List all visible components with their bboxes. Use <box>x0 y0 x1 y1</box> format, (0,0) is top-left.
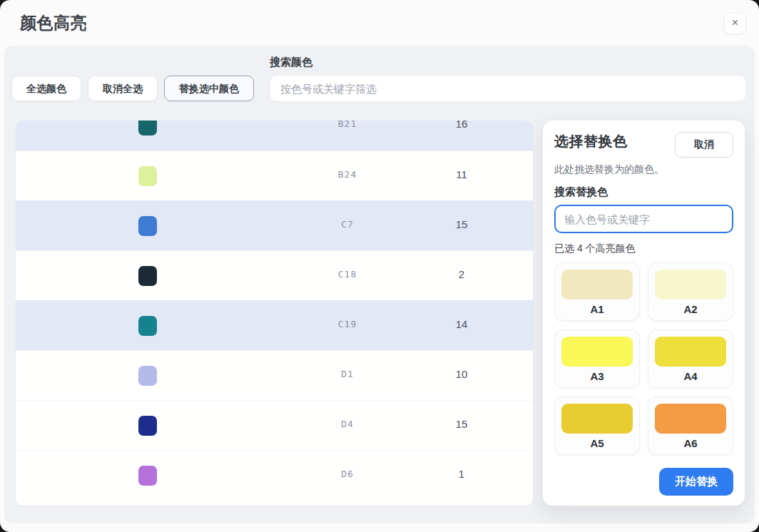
color-count: 2 <box>426 268 497 280</box>
color-rows: B21 16 B24 11 C7 15 <box>16 121 533 500</box>
close-button[interactable]: × <box>724 12 746 34</box>
swatch-color <box>655 404 726 434</box>
color-count: 15 <box>426 218 497 230</box>
replace-color-panel: 选择替换色 取消 此处挑选替换为的颜色。 搜索替换色 已选 4 个高亮颜色 A1… <box>543 121 745 506</box>
swatch-label: A1 <box>561 303 633 315</box>
deselect-all-button[interactable]: 取消全选 <box>88 76 158 101</box>
color-code: C7 <box>294 219 401 230</box>
replace-selected-colors-button[interactable]: 替换选中颜色 <box>164 76 254 101</box>
color-row-c18[interactable]: C18 2 <box>16 250 533 300</box>
replacement-search-input[interactable] <box>554 205 733 233</box>
color-code: B21 <box>294 121 401 129</box>
color-swatch <box>138 266 157 286</box>
replacement-swatch-a4[interactable]: A4 <box>648 329 733 388</box>
color-swatch <box>138 166 157 186</box>
replace-panel-title: 选择替换色 <box>554 132 628 151</box>
color-row-d4[interactable]: D4 15 <box>16 400 533 450</box>
replace-panel-footer: 开始替换 <box>554 468 733 496</box>
color-count: 16 <box>426 121 497 130</box>
replacement-swatch-a5[interactable]: A5 <box>554 397 640 455</box>
color-swatch <box>138 366 157 386</box>
color-count: 15 <box>426 418 497 430</box>
color-swatch <box>138 216 157 236</box>
color-code: D4 <box>294 419 401 429</box>
color-count: 1 <box>426 468 497 480</box>
swatch-color <box>561 404 633 434</box>
color-row-c7[interactable]: C7 15 <box>16 200 533 250</box>
content-row: B21 16 B24 11 C7 15 <box>16 121 745 506</box>
select-all-colors-button[interactable]: 全选颜色 <box>11 76 81 101</box>
color-code: C19 <box>294 319 401 329</box>
color-list: B21 16 B24 11 C7 15 <box>16 121 533 506</box>
color-code: C18 <box>294 269 401 280</box>
color-code: D6 <box>294 469 401 479</box>
start-replace-button[interactable]: 开始替换 <box>659 468 733 496</box>
replacement-swatch-a6[interactable]: A6 <box>648 397 733 455</box>
replacement-swatch-a2[interactable]: A2 <box>648 262 733 321</box>
color-search-input[interactable] <box>270 75 746 102</box>
dialog-body: 全选颜色 取消全选 替换选中颜色 搜索颜色 B21 16 B24 <box>4 46 755 523</box>
color-swatch <box>138 121 157 135</box>
color-row-d6[interactable]: D6 1 <box>16 450 533 500</box>
swatch-label: A2 <box>655 303 726 315</box>
replace-panel-header: 选择替换色 取消 <box>554 132 733 158</box>
color-count: 11 <box>426 168 497 180</box>
swatch-label: A6 <box>655 437 726 449</box>
dialog-header: 颜色高亮 × <box>0 0 759 46</box>
swatch-color <box>561 270 633 300</box>
color-code: B24 <box>294 169 401 180</box>
replace-panel-description: 此处挑选替换为的颜色。 <box>554 162 668 176</box>
color-row-b24[interactable]: B24 11 <box>16 150 533 200</box>
color-count: 10 <box>426 368 497 380</box>
dialog-title: 颜色高亮 <box>20 12 87 34</box>
swatch-label: A5 <box>561 437 633 449</box>
swatch-label: A3 <box>561 370 633 382</box>
swatch-color <box>655 337 726 367</box>
close-icon: × <box>732 16 738 29</box>
color-row-b21[interactable]: B21 16 <box>16 121 533 150</box>
color-highlight-dialog: 颜色高亮 × 全选颜色 取消全选 替换选中颜色 搜索颜色 B21 16 <box>0 0 759 532</box>
color-swatch <box>138 466 157 486</box>
toolbar: 全选颜色 取消全选 替换选中颜色 搜索颜色 <box>10 56 748 102</box>
color-row-c19[interactable]: C19 14 <box>16 300 533 350</box>
swatch-color <box>655 270 726 300</box>
color-code: D1 <box>294 369 401 379</box>
replacement-swatch-a3[interactable]: A3 <box>554 329 640 388</box>
color-swatch <box>138 316 157 336</box>
cancel-button[interactable]: 取消 <box>675 132 733 158</box>
color-row-d1[interactable]: D1 10 <box>16 350 533 400</box>
swatch-label: A4 <box>655 370 726 382</box>
replacement-swatch-grid: A1 A2 A3 A4 <box>554 262 733 461</box>
swatch-color <box>561 337 633 367</box>
color-search-group: 搜索颜色 <box>270 56 746 102</box>
color-count: 14 <box>426 318 497 330</box>
selected-count-text: 已选 4 个高亮颜色 <box>554 242 733 255</box>
replacement-swatch-a1[interactable]: A1 <box>554 262 640 321</box>
color-swatch <box>138 416 157 436</box>
replacement-search-label: 搜索替换色 <box>554 185 733 199</box>
color-search-label: 搜索颜色 <box>270 56 746 69</box>
